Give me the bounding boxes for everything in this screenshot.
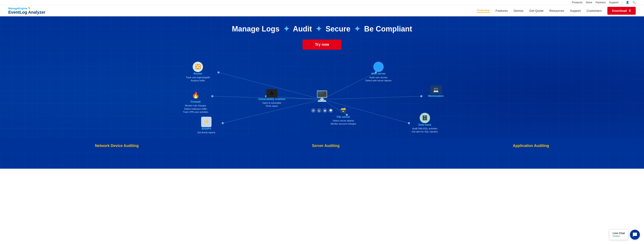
database-icon: 🗄️ [420,113,430,123]
svg-point-9 [211,95,213,97]
vuln-node: 🖧 Vulnerability scanner Open & vulnerabl… [258,89,285,108]
webserver-title: Web server [371,72,386,75]
search-icon[interactable]: 🔍 [632,1,636,4]
workstation-title: Workstation [428,94,444,98]
ids-desc1: Get threat reports [198,131,215,134]
diagram: 🔀 Router Track user logon/logoffs Analyz… [177,60,467,139]
svg-point-8 [218,72,220,74]
user-icon[interactable]: 👤 [626,1,629,4]
header: ManageEngine ✎ EventLog Analyzer Overvie… [0,5,644,16]
windows-icon: ⊞ [311,108,316,113]
topbar-store[interactable]: Store [586,1,592,4]
fileserver-desc1: Detect server attacks [333,119,354,122]
application-auditing-label: Application Auditing [513,144,549,148]
router-desc2: Analyze traffic [191,79,205,82]
database-desc1: Audit DML/DDL activities [412,127,437,130]
server-auditing-label: Server Auditing [312,144,340,148]
center-server: 🖥️ ⊞ 🐧 ◉ 💬 [311,86,333,113]
firewall-title: Firewall [190,100,200,103]
os-icons: ⊞ 🐧 ◉ 💬 [311,108,333,113]
fileserver-icon: 🗃️ [338,105,348,115]
vuln-desc2: Ports report [266,104,278,108]
router-desc1: Track user logon/logoffs [186,76,210,79]
svg-point-15 [408,122,410,124]
webserver-desc1: Audit user access [370,76,388,79]
logo: ManageEngine ✎ EventLog Analyzer [8,6,45,15]
section-labels: Network Device Auditing Server Auditing … [0,139,644,152]
vuln-title: Vulnerability scanner [258,98,285,100]
webserver-node: 🌐 Web server Audit user access Detect we… [365,62,392,82]
brand-name: ManageEngine ✎ [8,6,45,10]
database-node: 🗄️ Data base Audit DML/DDL activities Ge… [412,113,438,134]
nav-features[interactable]: Features [496,9,508,12]
hero-title: Manage Logs ✦ Audit ✦ Secure ✦ Be Compli… [0,25,644,33]
svg-point-14 [420,95,422,97]
network-icon: ◉ [322,108,327,113]
network-auditing-label: Network Device Auditing [95,144,139,148]
router-title: Router [194,72,202,75]
nav-resources[interactable]: Resources [550,9,564,12]
main-nav: Overview Features Demos Get Quote Resour… [477,7,636,15]
download-button[interactable]: Download ⬇ [607,7,636,15]
firewall-node: 🔥 Firewall Monitor rule changes Detect m… [183,90,208,114]
database-desc2: Get alert for SQL injection [412,130,438,133]
workstation-node: 💻 Workstation [428,85,444,98]
topbar-products[interactable]: Products [572,1,582,4]
router-icon: 🔀 [193,62,203,72]
fileserver-desc2: Monitor account changes [331,122,356,126]
top-bar: Products Store Partners Support | 👤 🔍 [0,0,644,5]
product-name: EventLog Analyzer [8,10,45,15]
svg-point-10 [222,122,224,124]
nav-overview[interactable]: Overview [477,8,490,13]
firewall-desc3: Track VPN user activities [183,110,208,114]
try-now-button[interactable]: Try now [302,40,342,50]
fileserver-title: File server [337,115,350,118]
nav-customers[interactable]: Customers [587,9,602,12]
ids-icon: ⚡ [201,117,212,127]
workstation-icon: 💻 [430,85,442,94]
svg-line-5 [322,96,421,99]
webserver-icon: 🌐 [373,62,384,72]
download-icon: ⬇ [628,9,631,12]
database-title: Data base [418,123,431,126]
webserver-desc2: Detect web server attacks [365,79,392,82]
vuln-icon: 🖧 [266,89,278,98]
vuln-desc1: Open & vulnerable [262,102,281,104]
nav-support[interactable]: Support [570,9,581,12]
topbar-partners[interactable]: Partners [596,1,606,4]
ids-title: IDS/IPS [202,127,211,130]
firewall-desc1: Monitor rule changes [185,104,206,107]
firewall-desc2: Detect malicious traffic [184,108,207,110]
linux-icon: 🐧 [317,108,322,113]
topbar-support[interactable]: Support [609,1,618,4]
fileserver-node: 🗃️ File server Detect server attacks Mon… [331,105,356,126]
hero-section: Manage Logs ✦ Audit ✦ Secure ✦ Be Compli… [0,16,644,169]
router-node: 🔀 Router Track user logon/logoffs Analyz… [186,62,210,82]
nav-demos[interactable]: Demos [514,9,524,12]
server-icon: 🖥️ [315,86,329,106]
nav-getquote[interactable]: Get Quote [529,9,544,12]
firewall-icon: 🔥 [190,90,201,100]
ids-node: ⚡ IDS/IPS Get threat reports [198,117,215,134]
